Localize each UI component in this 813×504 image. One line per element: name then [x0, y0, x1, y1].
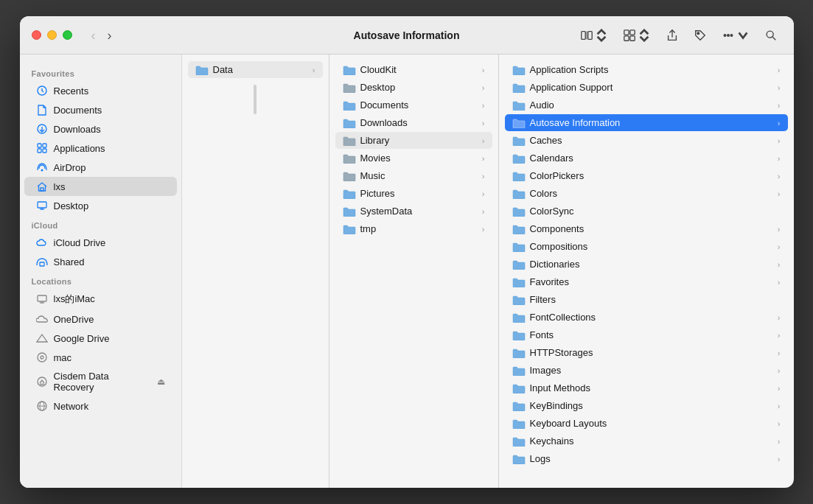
sidebar-item-recents[interactable]: Recents: [24, 81, 177, 100]
sidebar-item-cisdem[interactable]: Cisdem Data Recovery ⏏: [24, 367, 177, 396]
sidebar-item-desktop[interactable]: Desktop: [24, 196, 177, 215]
col3-item-dictionaries[interactable]: Dictionaries ›: [505, 256, 788, 273]
chevron-icon: ›: [778, 101, 781, 110]
columns-icon: [580, 29, 593, 42]
col2-item-library[interactable]: Library ›: [335, 132, 492, 149]
sidebar-item-imac[interactable]: lxs的iMac: [24, 289, 177, 309]
col2-item-downloads[interactable]: Downloads ›: [335, 114, 492, 131]
sidebar-item-googledrive[interactable]: Google Drive: [24, 329, 177, 348]
col2-item-music[interactable]: Music ›: [335, 167, 492, 184]
tag-button[interactable]: [689, 26, 711, 45]
col3-item-components[interactable]: Components ›: [505, 220, 788, 237]
col3-item-keychains[interactable]: Keychains ›: [505, 433, 788, 449]
grid-view-button[interactable]: [618, 26, 655, 45]
col2-item-label: Music: [360, 170, 385, 181]
col2-item-tmp[interactable]: tmp ›: [335, 220, 492, 237]
col2-item-pictures[interactable]: Pictures ›: [335, 185, 492, 202]
back-button[interactable]: ‹: [87, 27, 100, 43]
col3-item-httpstorages[interactable]: HTTPStorages ›: [505, 344, 788, 361]
col3-item-fonts[interactable]: Fonts ›: [505, 326, 788, 343]
minimize-button[interactable]: [47, 30, 57, 40]
col3-item-caches[interactable]: Caches ›: [505, 132, 788, 149]
col2-item-movies[interactable]: Movies ›: [335, 150, 492, 167]
home-icon: [36, 181, 48, 192]
col3-item-label: Keyboard Layouts: [530, 418, 607, 429]
sidebar-item-icloud-drive[interactable]: iCloud Drive: [24, 233, 177, 252]
col2-item-label: tmp: [360, 223, 377, 234]
col3-item-label: FontCollections: [530, 312, 596, 323]
folder-icon: [343, 171, 356, 181]
sort-arrows-icon: [595, 29, 608, 42]
col2-item-desktop[interactable]: Desktop ›: [335, 79, 492, 96]
sidebar-item-airdrop[interactable]: AirDrop: [24, 158, 177, 177]
col3-item-application-support[interactable]: Application Support ›: [505, 79, 788, 96]
network-icon: [36, 400, 48, 412]
more-button[interactable]: [717, 26, 754, 45]
col3-item-colorsync[interactable]: ColorSync: [505, 203, 788, 220]
svg-point-8: [724, 34, 726, 36]
col3-item-label: Application Scripts: [530, 64, 609, 75]
sidebar-item-downloads[interactable]: Downloads: [24, 119, 177, 139]
col3-item-label: HTTPStorages: [530, 347, 593, 358]
svg-rect-21: [41, 188, 43, 191]
sidebar-item-mac[interactable]: mac: [24, 348, 177, 367]
folder-icon: [512, 259, 526, 270]
col3-item-colors[interactable]: Colors ›: [505, 185, 788, 202]
more-chevron-icon: [736, 29, 750, 42]
sidebar-item-onedrive[interactable]: OneDrive: [24, 309, 177, 329]
col3-item-colorpickers[interactable]: ColorPickers ›: [505, 167, 788, 184]
search-icon: [764, 29, 778, 42]
maximize-button[interactable]: [63, 30, 72, 40]
col3-item-keybindings[interactable]: KeyBindings ›: [505, 397, 788, 414]
col2-item-cloudkit[interactable]: CloudKit ›: [335, 61, 492, 78]
imac-icon: [36, 293, 48, 305]
folder-icon: [512, 401, 526, 411]
folder-icon: [512, 436, 526, 447]
sidebar-item-applications[interactable]: Applications: [24, 139, 177, 158]
col1-item-label: Data: [213, 64, 233, 75]
folder-icon: [512, 153, 526, 164]
col3-item-filters[interactable]: Filters: [505, 291, 788, 308]
window-title: Autosave Information: [354, 29, 460, 41]
sidebar-item-documents[interactable]: Documents: [24, 100, 177, 119]
close-button[interactable]: [32, 30, 41, 40]
col3-item-keyboard-layouts[interactable]: Keyboard Layouts ›: [505, 415, 788, 432]
col3-item-favorites[interactable]: Favorites ›: [505, 273, 788, 290]
sidebar-item-network[interactable]: Network: [24, 396, 177, 416]
chevron-icon: ›: [778, 437, 781, 446]
col3-item-autosave-information[interactable]: Autosave Information ›: [505, 114, 788, 131]
col3-item-application-scripts[interactable]: Application Scripts ›: [505, 61, 788, 78]
sidebar-item-label: Network: [54, 401, 89, 412]
sidebar-item-label: AirDrop: [54, 162, 86, 173]
sidebar-item-lxs[interactable]: lxs: [24, 177, 177, 196]
search-button[interactable]: [760, 26, 782, 45]
toolbar-right: [576, 26, 782, 45]
col3-item-logs[interactable]: Logs ›: [505, 450, 788, 467]
col3-item-compositions[interactable]: Compositions ›: [505, 238, 788, 255]
folder-icon: [512, 100, 526, 111]
col2-item-systemdata[interactable]: SystemData ›: [335, 203, 492, 220]
sidebar-item-shared[interactable]: Shared: [24, 252, 177, 271]
folder-icon: [512, 171, 526, 181]
svg-line-12: [772, 37, 775, 40]
column-3: Application Scripts › Application Suppor…: [499, 55, 794, 488]
col1-item-data[interactable]: Data ›: [188, 61, 323, 78]
disk-icon: [36, 351, 48, 363]
col3-item-images[interactable]: Images ›: [505, 362, 788, 379]
chevron-icon: ›: [778, 349, 781, 357]
chevron-icon: ›: [482, 225, 485, 234]
forward-button[interactable]: ›: [103, 27, 116, 43]
sidebar-item-label: Cisdem Data Recovery: [54, 371, 148, 393]
share-button[interactable]: [661, 26, 683, 45]
col3-item-calendars[interactable]: Calendars ›: [505, 150, 788, 167]
chevron-icon: ›: [482, 101, 485, 110]
col3-item-audio[interactable]: Audio ›: [505, 97, 788, 113]
folder-icon: [512, 83, 526, 93]
col2-item-label: CloudKit: [360, 64, 397, 75]
sidebar-item-label: OneDrive: [54, 314, 94, 325]
folder-icon: [343, 118, 356, 128]
view-toggle-button[interactable]: [576, 26, 613, 45]
col2-item-documents[interactable]: Documents ›: [335, 97, 492, 113]
col3-item-fontcollections[interactable]: FontCollections ›: [505, 309, 788, 326]
col3-item-input-methods[interactable]: Input Methods ›: [505, 379, 788, 396]
